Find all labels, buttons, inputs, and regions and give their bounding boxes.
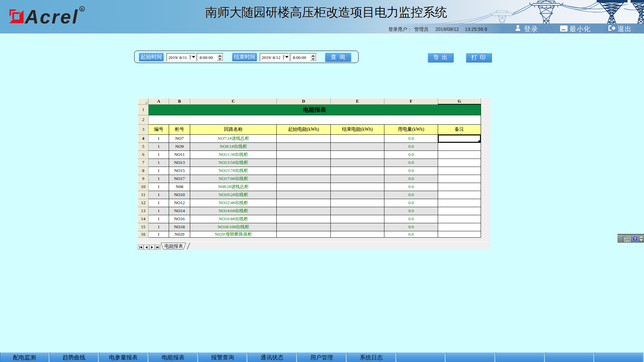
svg-text:?: ? [634, 237, 636, 241]
svg-text:R: R [81, 7, 84, 11]
svg-text:Acrel: Acrel [24, 6, 78, 27]
